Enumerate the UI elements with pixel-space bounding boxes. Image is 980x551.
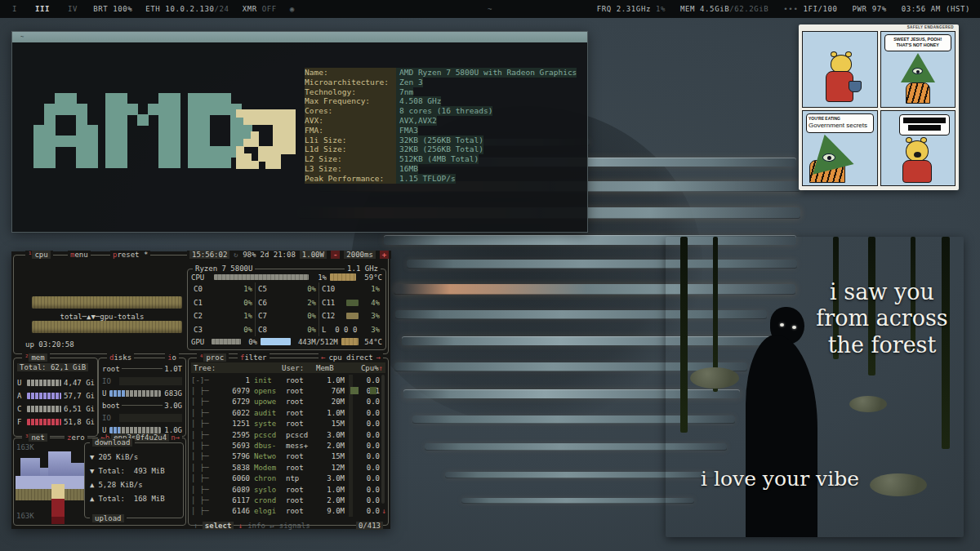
cpufetch-field: Cores:8 cores (16 threads)	[305, 106, 582, 116]
tab-disks[interactable]: disks	[107, 353, 134, 362]
workspace-4[interactable]: IV	[65, 5, 80, 13]
proc-user: root	[284, 398, 318, 406]
info-button[interactable]: info ↵	[247, 522, 274, 530]
proc-cpu: 0.0	[357, 464, 380, 472]
proc-cpu: 0.0	[357, 431, 380, 439]
tab-cpu[interactable]: ¹cpu	[25, 251, 53, 259]
mem-row: F51,8 Gi	[17, 415, 95, 429]
memory-status: MEM 4.5GiB/62.2GiB	[680, 5, 768, 13]
core-cell: C114%	[318, 296, 382, 310]
gpu-total-graph	[32, 321, 182, 333]
direction-arrow-icon: ▼	[90, 453, 94, 461]
signals-button[interactable]: signals	[279, 522, 310, 530]
tab-preset[interactable]: preset *	[110, 251, 150, 259]
mem-row-value: 6,51 Gi	[64, 405, 95, 413]
process-row[interactable]: │ ├─5838Modemroot12M0.0	[191, 462, 380, 473]
download-label: download	[90, 438, 135, 447]
process-row[interactable]: │ ├─6729upoweroot20M0.0	[191, 397, 380, 407]
cpu-box: ¹cpu menu preset * 15:56:02 ↻ 98% 2d 21:…	[13, 255, 389, 354]
proc-tree: │ ├─	[191, 442, 224, 450]
interval-minus-button[interactable]: -	[331, 251, 340, 259]
pooh-mouth	[914, 152, 921, 158]
tab-filter[interactable]: filter	[238, 353, 270, 362]
workspace-3-active[interactable]: III	[33, 5, 52, 13]
proc-graph	[349, 429, 353, 440]
mem-row-value: 4,47 Gi	[64, 379, 95, 387]
mem-box: ²mem Total: 62,1 GiB U4,47 GiA57,7 GiC6,…	[13, 358, 98, 437]
field-label: AVX:	[305, 116, 396, 126]
tab-menu[interactable]: menu	[68, 251, 91, 259]
field-label: Max Frequency:	[305, 96, 396, 106]
workspace-1[interactable]: I	[10, 5, 20, 13]
comic-watermark: SAFELY ENDANGERED	[907, 25, 954, 29]
proc-cpu: 0.0	[357, 507, 380, 515]
disk-io-row: IO	[102, 375, 182, 387]
core-label: C5	[258, 285, 283, 293]
io-label: IO	[102, 377, 111, 385]
proc-cpu: 0.0	[357, 474, 380, 482]
proc-pid: 1251	[224, 420, 250, 428]
proc-header-row: Tree: User: MemB Cpu% ↑	[191, 362, 385, 373]
figure-eye-left	[780, 323, 784, 327]
process-row[interactable]: │ ├─6117crondroot2.0M0.0	[191, 495, 380, 505]
process-row[interactable]: [-]─1initroot1.0M0.0	[191, 375, 380, 385]
proc-mem: 3.0M	[318, 474, 345, 482]
proc-name: chron	[250, 474, 284, 482]
redacted-speech-bubble	[899, 114, 950, 136]
disk-title-row: boot3.0G	[102, 399, 182, 411]
field-value: 32KB (256KB Total)	[396, 136, 483, 145]
iface-next-button[interactable]: n→	[171, 433, 180, 442]
proc-user: root	[284, 409, 318, 417]
select-button[interactable]: ↑ select ↓	[194, 522, 243, 530]
core-value: 1%	[243, 285, 252, 293]
sort-next-button[interactable]: →	[376, 353, 381, 362]
process-row[interactable]: │ ├─6089sysloroot1.0M0.0	[191, 484, 380, 495]
tab-io[interactable]: io	[165, 353, 179, 362]
process-row[interactable]: │ ├─6060chronntp3.0M0.0	[191, 473, 380, 484]
interval-plus-button[interactable]: +	[380, 251, 389, 259]
proc-pid: 6117	[224, 496, 250, 504]
net-stat-row: ▼205 KiB/s	[90, 450, 180, 464]
field-value: 4.508 GHz	[396, 96, 441, 106]
net-scale-bottom: 163K	[16, 512, 34, 520]
core-cell: C70%	[255, 309, 318, 323]
comic-panel-1	[802, 31, 878, 108]
proc-mem: 2.0M	[318, 496, 345, 504]
process-row[interactable]: │ ├─6146elogiroot9.0M0.0	[191, 506, 380, 517]
ethernet-status: ETH 10.0.2.130/24	[145, 5, 229, 13]
net-stat-value: Total: 168 MiB	[98, 495, 164, 503]
field-value: FMA3	[396, 126, 418, 136]
net-box: ³net zero ←b enp3s0f4u2u4 n→ 163K 163K d…	[13, 438, 186, 526]
process-row[interactable]: │ ├─5796Networoot15M0.0	[191, 451, 380, 462]
process-row[interactable]: │ ├─5693dbus-mess+2.0M0.0	[191, 440, 380, 451]
load-avg-cell: L 0 0 03%	[318, 323, 382, 337]
tab-mem[interactable]: ²mem	[22, 353, 50, 362]
uptime-short: 2d 21:08	[260, 251, 295, 259]
proc-scrollbar[interactable]	[381, 375, 385, 504]
scroll-down-icon[interactable]: ↓	[382, 507, 386, 515]
process-row[interactable]: │ ├─6022auditroot1.0M0.0	[191, 407, 380, 418]
proc-user: ntp	[284, 474, 318, 482]
disk-name: boot	[102, 402, 120, 410]
forest-meme-image: i saw you from across the forest i love …	[666, 237, 964, 537]
proc-tree: │ ├─	[191, 486, 224, 494]
sort-direction-icon[interactable]: ↑	[379, 364, 383, 372]
terminal-titlebar[interactable]: ~	[12, 32, 587, 42]
sort-prev-button[interactable]: ←	[321, 353, 325, 362]
proc-cpu: 0.0	[357, 420, 380, 428]
tab-proc[interactable]: ⁴proc	[197, 353, 229, 362]
tab-zero[interactable]: zero	[65, 433, 87, 442]
proc-name: syslo	[250, 486, 284, 494]
core-value: 0%	[243, 299, 252, 307]
process-row[interactable]: │ ├─6979opensroot76M0.1	[191, 385, 380, 396]
cpufetch-field: AVX:AVX,AVX2	[305, 116, 582, 126]
process-row[interactable]: │ ├─2595pcscdpcscd3.0M0.0	[191, 429, 380, 440]
tab-net[interactable]: ³net	[22, 433, 50, 442]
core-cell: C101%	[318, 282, 382, 296]
proc-name: opens	[250, 387, 284, 395]
power-draw: 1.00W	[300, 251, 327, 259]
brightness-status: BRT 100%	[93, 5, 132, 13]
field-value: 1.15 TFLOP/s	[396, 174, 456, 184]
vram-bar	[261, 338, 291, 345]
process-row[interactable]: │ ├─1251systeroot15M0.0	[191, 419, 380, 429]
